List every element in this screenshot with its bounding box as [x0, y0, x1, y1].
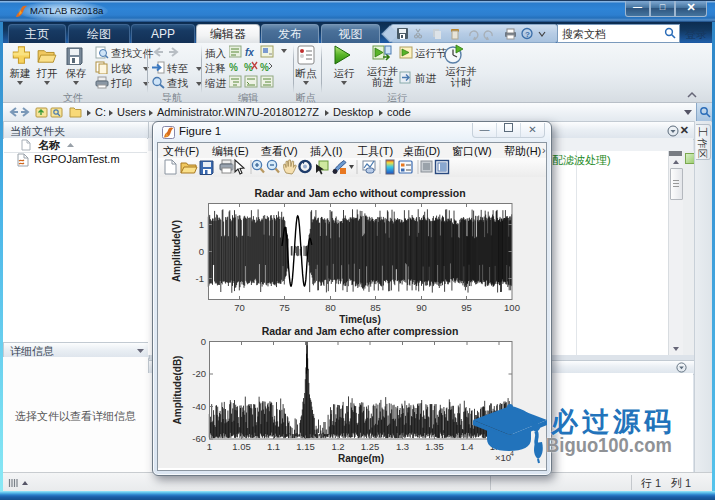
svg-text:1.05: 1.05 — [232, 441, 251, 452]
svg-text:%: % — [244, 62, 253, 73]
svg-text:-40: -40 — [192, 401, 206, 412]
svg-text:-1: -1 — [196, 273, 204, 284]
svg-text:85: 85 — [370, 302, 381, 313]
svg-text:1.1: 1.1 — [267, 441, 280, 452]
svg-text:90: 90 — [416, 302, 427, 313]
svg-text:1.25: 1.25 — [361, 441, 380, 452]
svg-text:%: % — [229, 62, 238, 73]
svg-text:75: 75 — [279, 302, 290, 313]
svg-text:1.3: 1.3 — [396, 441, 409, 452]
svg-text:Radar and Jam echo after compr: Radar and Jam echo after compression — [262, 325, 459, 337]
svg-text:100: 100 — [504, 302, 520, 313]
svg-text:1.35: 1.35 — [425, 441, 444, 452]
svg-text:1: 1 — [199, 219, 204, 230]
svg-text:0: 0 — [199, 246, 204, 257]
svg-text:-60: -60 — [192, 433, 206, 444]
svg-text:70: 70 — [234, 302, 245, 313]
svg-text:Amplitude(V): Amplitude(V) — [171, 220, 182, 282]
svg-text:0: 0 — [201, 336, 206, 347]
svg-text:fx: fx — [245, 47, 254, 58]
svg-text:80: 80 — [325, 302, 336, 313]
svg-text:Amplitude(dB): Amplitude(dB) — [172, 356, 183, 425]
svg-text:-20: -20 — [192, 368, 206, 379]
svg-text:?: ? — [525, 30, 530, 39]
svg-text:%: % — [260, 62, 269, 73]
svg-text:1.15: 1.15 — [296, 441, 315, 452]
svg-text:Radar and Jam echo without com: Radar and Jam echo without compression — [254, 187, 465, 199]
svg-text:1: 1 — [207, 441, 212, 452]
svg-text:Time(us): Time(us) — [339, 314, 381, 325]
svg-text:95: 95 — [461, 302, 472, 313]
svg-text:Range(m): Range(m) — [338, 453, 384, 464]
svg-text:1.2: 1.2 — [331, 441, 344, 452]
